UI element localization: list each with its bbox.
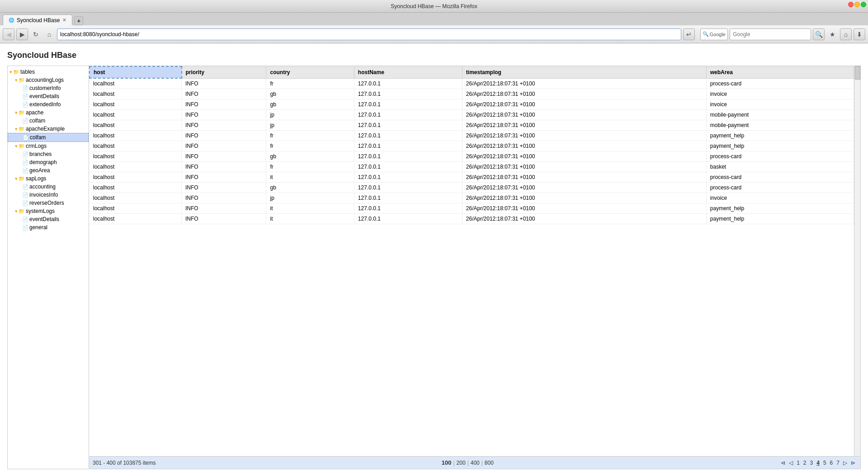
page-7[interactable]: 7 xyxy=(835,460,841,466)
sidebar-item-sapLogs[interactable]: ▾ 📁 sapLogs xyxy=(8,174,89,183)
download-btn[interactable]: ⬇ xyxy=(854,28,865,40)
col-header-host[interactable]: host xyxy=(90,66,182,78)
cell-country: gb xyxy=(266,151,354,162)
page-6[interactable]: 6 xyxy=(829,460,835,466)
file-icon: 📄 xyxy=(22,217,28,222)
table-row: localhostINFOjp127.0.0.126/Apr/2012:18:0… xyxy=(90,193,854,203)
page-sizes: 100 | 200 | 400 | 800 xyxy=(442,459,494,466)
col-header-hostName[interactable]: hostName xyxy=(354,66,462,78)
page-3[interactable]: 3 xyxy=(809,460,815,466)
sidebar-item-extendedInfo[interactable]: 📄 extendedInfo xyxy=(8,100,89,108)
folder-icon: 📁 xyxy=(13,69,19,75)
search-go-button[interactable]: 🔍 xyxy=(813,28,825,40)
tab-label: Syoncloud HBase xyxy=(17,17,60,24)
bookmark-button[interactable]: ★ xyxy=(826,28,838,40)
table-body: localhostINFOfr127.0.0.126/Apr/2012:18:0… xyxy=(90,78,854,224)
sidebar-item-branches[interactable]: 📄 branches xyxy=(8,150,89,158)
home-button[interactable]: ⌂ xyxy=(43,28,55,40)
file-icon: 📄 xyxy=(22,160,28,165)
sidebar-item-general[interactable]: 📄 general xyxy=(8,223,89,231)
sidebar-item-reverseOrders[interactable]: 📄 reverseOrders xyxy=(8,199,89,207)
reverseOrders-label: reverseOrders xyxy=(29,200,64,206)
sidebar-item-crmLogs[interactable]: ▾ 📁 crmLogs xyxy=(8,142,89,150)
forward-button[interactable]: ▶ xyxy=(16,28,28,40)
sidebar-item-apacheExample-colfam[interactable]: 📄 colfam xyxy=(8,133,89,142)
page-1[interactable]: 1 xyxy=(795,460,801,466)
col-header-webArea[interactable]: webArea xyxy=(706,66,854,78)
cell-priority: INFO xyxy=(182,131,266,141)
cell-priority: INFO xyxy=(182,162,266,172)
minimize-window-btn[interactable] xyxy=(854,2,860,7)
sidebar-item-apache-colfam[interactable]: 📄 colfam xyxy=(8,117,89,125)
table-row: localhostINFOjp127.0.0.126/Apr/2012:18:0… xyxy=(90,120,854,131)
table-scrollbar[interactable] xyxy=(854,66,860,456)
sidebar-item-apache[interactable]: ▾ 📁 apache xyxy=(8,108,89,117)
sidebar-item-eventDetails-sys[interactable]: 📄 eventDetails xyxy=(8,215,89,223)
sidebar-item-tables[interactable]: ▾ 📁 tables xyxy=(8,68,89,76)
file-icon: 📄 xyxy=(22,184,28,190)
cell-hostName: 127.0.0.1 xyxy=(354,172,462,183)
page-2[interactable]: 2 xyxy=(802,460,808,466)
cell-country: it xyxy=(266,214,354,224)
page-last-btn[interactable]: ⊳ xyxy=(849,460,857,466)
home-btn2[interactable]: ⌂ xyxy=(840,28,852,40)
address-bar[interactable] xyxy=(57,28,681,40)
sidebar-item-apacheExample[interactable]: ▾ 📁 apacheExample xyxy=(8,125,89,133)
sidebar-item-systemLogs[interactable]: ▾ 📁 systemLogs xyxy=(8,207,89,215)
scrollbar-thumb[interactable] xyxy=(855,66,860,80)
sidebar-item-demograph[interactable]: 📄 demograph xyxy=(8,158,89,166)
cell-priority: INFO xyxy=(182,172,266,183)
apache-colfam-label: colfam xyxy=(29,118,45,124)
tab-syoncloud[interactable]: 🌐 Syoncloud HBase ✕ xyxy=(3,14,72,25)
maximize-window-btn[interactable] xyxy=(861,2,866,7)
page-5[interactable]: 5 xyxy=(822,460,828,466)
cell-webArea: mobile-payment xyxy=(706,110,854,120)
page-size-200[interactable]: 200 xyxy=(457,460,466,466)
invoicesInfo-label: invoicesInfo xyxy=(29,192,58,198)
search-input[interactable] xyxy=(730,28,811,40)
cell-hostName: 127.0.0.1 xyxy=(354,99,462,110)
back-button[interactable]: ◀ xyxy=(3,28,14,40)
col-header-country[interactable]: country xyxy=(266,66,354,78)
page-first-btn[interactable]: ⊲ xyxy=(779,460,787,466)
pagination-range: 301 - 400 of 103875 items xyxy=(93,460,156,466)
sidebar-item-accounting[interactable]: 📄 accounting xyxy=(8,183,89,191)
accountingLogs-label: accountingLogs xyxy=(26,77,64,83)
apacheExample-colfam-label: colfam xyxy=(30,134,46,141)
page-prev-btn[interactable]: ◁ xyxy=(788,460,794,466)
tab-close-btn[interactable]: ✕ xyxy=(62,17,66,23)
file-icon: 📄 xyxy=(22,94,28,99)
cell-host: localhost xyxy=(90,172,182,183)
table-row: localhostINFOfr127.0.0.126/Apr/2012:18:0… xyxy=(90,162,854,172)
new-tab-button[interactable]: + xyxy=(74,16,83,25)
window-title: Syoncloud HBase — Mozilla Firefox xyxy=(391,3,477,9)
reload-button[interactable]: ↻ xyxy=(30,28,42,40)
close-window-btn[interactable] xyxy=(848,2,854,7)
col-header-timestamplog[interactable]: timestamplog xyxy=(462,66,706,78)
col-header-priority[interactable]: priority xyxy=(182,66,266,78)
page-next-btn[interactable]: ▷ xyxy=(842,460,849,466)
sidebar-item-customerInfo[interactable]: 📄 customerInfo xyxy=(8,84,89,92)
sidebar-tree: ▾ 📁 tables ▾ 📁 accountingLogs 📄 customer… xyxy=(8,66,89,469)
cell-country: it xyxy=(266,172,354,183)
cell-hostName: 127.0.0.1 xyxy=(354,131,462,141)
sidebar-item-invoicesInfo[interactable]: 📄 invoicesInfo xyxy=(8,191,89,199)
sidebar-item-accountingLogs[interactable]: ▾ 📁 accountingLogs xyxy=(8,76,89,84)
page-size-800[interactable]: 800 xyxy=(485,460,494,466)
cell-timestamplog: 26/Apr/2012:18:07:31 +0100 xyxy=(462,99,706,110)
page-4[interactable]: 4 xyxy=(815,460,821,466)
cell-webArea: invoice xyxy=(706,99,854,110)
page-size-400[interactable]: 400 xyxy=(471,460,480,466)
file-icon: 📄 xyxy=(22,168,28,174)
sidebar-item-eventDetails-acc[interactable]: 📄 eventDetails xyxy=(8,92,89,100)
expand-icon: ▾ xyxy=(9,69,12,75)
page-size-100[interactable]: 100 xyxy=(442,459,452,466)
folder-icon: 📁 xyxy=(19,126,25,132)
extendedInfo-label: extendedInfo xyxy=(29,101,61,108)
cell-country: gb xyxy=(266,183,354,193)
cell-webArea: invoice xyxy=(706,193,854,203)
sidebar-item-geoArea[interactable]: 📄 geoArea xyxy=(8,166,89,174)
cell-webArea: payment_help xyxy=(706,131,854,141)
cell-country: jp xyxy=(266,193,354,203)
go-button[interactable]: ↵ xyxy=(683,28,695,40)
